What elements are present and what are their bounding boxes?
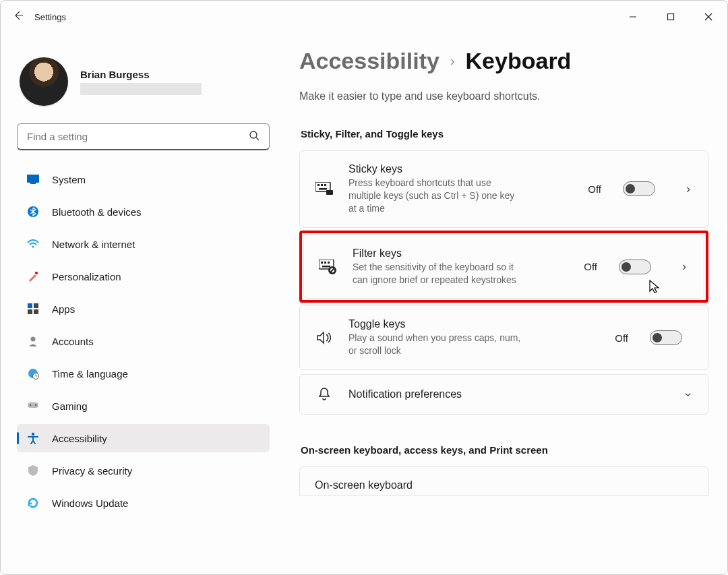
- sidebar-item-label: Gaming: [52, 400, 88, 412]
- sidebar-item-gaming[interactable]: Gaming: [17, 392, 270, 420]
- sticky-keys-row[interactable]: Sticky keys Press keyboard shortcuts tha…: [299, 150, 708, 228]
- toggle-state: Off: [588, 183, 601, 195]
- bell-icon: [315, 387, 334, 402]
- sidebar-item-label: Accessibility: [52, 433, 107, 444]
- sidebar-item-apps[interactable]: Apps: [17, 295, 270, 323]
- search-box[interactable]: [17, 123, 270, 150]
- card-title: Filter keys: [353, 247, 569, 260]
- sidebar-item-system[interactable]: System: [17, 165, 270, 193]
- maximize-button[interactable]: [652, 3, 690, 30]
- gamepad-icon: [26, 399, 40, 413]
- svg-rect-29: [321, 262, 323, 264]
- svg-point-15: [31, 337, 36, 342]
- toggle-state: Off: [584, 261, 597, 272]
- chevron-right-icon[interactable]: ›: [678, 260, 690, 274]
- svg-rect-7: [30, 183, 36, 184]
- chevron-right-icon[interactable]: ›: [682, 182, 694, 196]
- svg-rect-32: [322, 266, 330, 268]
- sidebar-item-time[interactable]: Time & language: [17, 359, 270, 388]
- person-icon: [26, 334, 40, 348]
- sidebar-item-label: Accounts: [52, 336, 94, 347]
- sidebar: Brian Burgess System Bluetooth & devices…: [1, 33, 280, 521]
- card-desc: Play a sound when you press caps, num, o…: [348, 332, 524, 357]
- chevron-down-icon[interactable]: ›: [681, 388, 696, 400]
- svg-rect-6: [27, 175, 39, 183]
- section-header-keys: Sticky, Filter, and Toggle keys: [301, 128, 708, 140]
- search-icon: [249, 130, 260, 143]
- page-subtitle: Make it easier to type and use keyboard …: [299, 90, 708, 102]
- card-desc: Press keyboard shortcuts that use multip…: [348, 177, 524, 215]
- sidebar-item-privacy[interactable]: Privacy & security: [17, 456, 270, 485]
- sidebar-item-update[interactable]: Windows Update: [17, 489, 270, 517]
- sidebar-item-personalization[interactable]: Personalization: [17, 262, 270, 291]
- on-screen-keyboard-row[interactable]: On-screen keyboard: [299, 466, 708, 496]
- globe-clock-icon: [26, 367, 40, 380]
- svg-rect-14: [34, 309, 38, 314]
- svg-point-4: [250, 131, 257, 138]
- svg-rect-13: [28, 309, 32, 314]
- back-button[interactable]: [13, 10, 34, 24]
- svg-line-5: [256, 138, 259, 140]
- sidebar-item-label: Personalization: [52, 271, 121, 282]
- sound-icon: [315, 331, 334, 344]
- system-icon: [26, 173, 40, 186]
- sidebar-item-label: Time & language: [52, 368, 128, 380]
- svg-point-21: [32, 433, 34, 435]
- card-title: On-screen keyboard: [315, 479, 413, 491]
- card-title: Notification preferences: [348, 388, 667, 400]
- user-email-redacted: [80, 83, 202, 95]
- wifi-icon: [26, 237, 40, 251]
- shield-icon: [26, 464, 40, 477]
- sidebar-item-label: Windows Update: [52, 497, 128, 509]
- svg-rect-30: [324, 262, 326, 264]
- svg-rect-18: [28, 402, 38, 408]
- sidebar-item-network[interactable]: Network & internet: [17, 230, 270, 258]
- toggle-keys-toggle[interactable]: [650, 330, 682, 345]
- paintbrush-icon: [26, 270, 40, 283]
- close-button[interactable]: [690, 3, 727, 30]
- filter-keys-toggle[interactable]: [619, 260, 651, 274]
- update-icon: [26, 496, 40, 510]
- svg-point-10: [35, 272, 38, 274]
- search-input[interactable]: [27, 131, 249, 142]
- accessibility-icon: [26, 431, 40, 445]
- minimize-button[interactable]: [614, 3, 652, 30]
- breadcrumb-current: Keyboard: [466, 48, 572, 74]
- svg-rect-31: [328, 262, 330, 264]
- svg-rect-27: [326, 190, 333, 195]
- sidebar-item-label: Bluetooth & devices: [52, 206, 142, 218]
- bluetooth-icon: [26, 205, 40, 218]
- svg-rect-22: [315, 182, 330, 191]
- breadcrumb-parent[interactable]: Accessibility: [299, 48, 439, 74]
- svg-point-19: [30, 404, 31, 406]
- section-header-osk: On-screen keyboard, access keys, and Pri…: [301, 444, 708, 456]
- svg-point-9: [32, 246, 34, 248]
- sidebar-item-bluetooth[interactable]: Bluetooth & devices: [17, 198, 270, 226]
- toggle-keys-row[interactable]: Toggle keys Play a sound when you press …: [299, 305, 708, 370]
- cursor-icon: [648, 279, 661, 294]
- sidebar-item-label: Apps: [52, 303, 75, 315]
- sticky-keys-toggle[interactable]: [623, 181, 655, 196]
- svg-rect-24: [321, 184, 323, 186]
- sidebar-item-label: Privacy & security: [52, 465, 132, 477]
- card-title: Sticky keys: [348, 163, 573, 175]
- svg-rect-26: [319, 188, 327, 190]
- sidebar-item-label: System: [52, 174, 86, 185]
- window-title: Settings: [34, 12, 66, 22]
- card-desc: Set the sensitivity of the keyboard so i…: [353, 261, 528, 286]
- toggle-state: Off: [615, 332, 628, 344]
- user-profile[interactable]: Brian Burgess: [17, 53, 274, 123]
- keyboard-filter-icon: [319, 260, 338, 274]
- avatar: [20, 57, 68, 106]
- svg-rect-12: [34, 303, 38, 308]
- sidebar-item-accounts[interactable]: Accounts: [17, 327, 270, 355]
- notification-preferences-row[interactable]: Notification preferences ›: [299, 374, 708, 415]
- apps-icon: [26, 302, 40, 315]
- main-content: Accessibility › Keyboard Make it easier …: [280, 33, 727, 521]
- svg-point-20: [35, 404, 36, 406]
- card-title: Toggle keys: [348, 318, 600, 330]
- sidebar-item-accessibility[interactable]: Accessibility: [17, 424, 270, 452]
- user-name: Brian Burgess: [80, 69, 202, 80]
- filter-keys-row[interactable]: Filter keys Set the sensitivity of the k…: [303, 235, 704, 299]
- svg-rect-11: [28, 303, 32, 308]
